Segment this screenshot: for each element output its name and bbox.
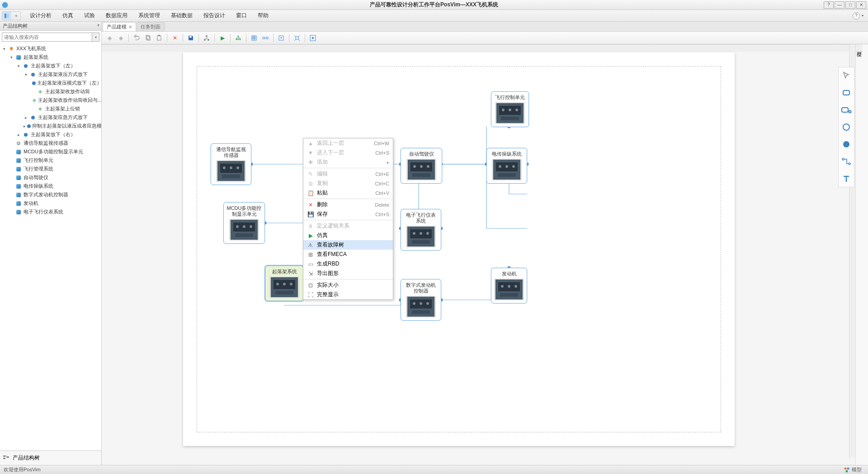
menu-help[interactable]: 帮助: [252, 10, 274, 22]
tree-node[interactable]: 电传操纵系统: [0, 182, 101, 190]
menu-data-app[interactable]: 数据应用: [100, 10, 133, 22]
menu-base-data[interactable]: 基础数据: [165, 10, 198, 22]
tree-toggle-icon[interactable]: ▸: [16, 133, 21, 137]
window-minimize-icon[interactable]: —: [835, 1, 844, 9]
tree-node[interactable]: MCDU多功能控制显示单元: [0, 147, 101, 156]
diagram-block[interactable]: 发动机: [491, 268, 527, 303]
context-menu-item[interactable]: 📋粘贴Ctrl+V: [303, 188, 393, 198]
paste-icon[interactable]: [154, 33, 164, 43]
tree-node[interactable]: ▾起落架系统: [0, 53, 101, 62]
menu-report-design[interactable]: 报告设计: [198, 10, 231, 22]
status-model[interactable]: 模型: [841, 466, 864, 473]
nav-back-icon[interactable]: ◆: [104, 33, 114, 43]
search-input[interactable]: [2, 33, 92, 42]
rbd-icon[interactable]: [260, 33, 270, 43]
palette-connector-icon[interactable]: [841, 156, 852, 167]
diagram-block[interactable]: 电传操纵系统: [486, 148, 527, 184]
tree-node[interactable]: 数字式发动机控制器: [0, 190, 101, 199]
canvas-scrollbar-horizontal[interactable]: [102, 44, 868, 52]
play-icon[interactable]: ▶: [217, 33, 227, 43]
tree-node[interactable]: 发动机: [0, 199, 101, 208]
fmeca-icon[interactable]: [249, 33, 259, 43]
palette-circle-icon[interactable]: [841, 122, 852, 133]
menubar-dropdown-icon[interactable]: ▾: [862, 14, 866, 18]
tree-node[interactable]: 飞行控制单元: [0, 156, 101, 165]
context-menu-item[interactable]: ✕删除Delete: [303, 200, 393, 209]
tree-node[interactable]: 主起落架液压模式放下（左）: [0, 79, 101, 87]
help-toggle-icon[interactable]: ?: [853, 12, 860, 19]
zoom-actual-icon[interactable]: [292, 33, 302, 43]
tree-node[interactable]: ▾主起落架液压方式放下: [0, 70, 101, 79]
tree-icon[interactable]: [202, 33, 212, 43]
palette-text-icon[interactable]: [841, 173, 852, 184]
tree-node[interactable]: ▸主起落架放下（右）: [0, 130, 101, 139]
tab-close-icon[interactable]: ✕: [128, 24, 132, 29]
context-menu[interactable]: ▲返回上一层Ctrl+W▼进入下一层Ctrl+S✚添加▸✎编辑Ctrl+E⧉复制…: [303, 138, 393, 300]
tab-task-profile[interactable]: 任务剖面: [137, 22, 165, 31]
tree-toggle-icon[interactable]: ▾: [24, 72, 28, 77]
fault-tree-icon[interactable]: [233, 33, 243, 43]
tree-view-icon[interactable]: [3, 455, 10, 462]
save-icon[interactable]: [186, 33, 196, 43]
undo-icon[interactable]: [132, 33, 142, 43]
diagram-block[interactable]: 起落架系统: [265, 265, 304, 301]
window-close-icon[interactable]: ✕: [856, 1, 866, 9]
right-rail-model-tab[interactable]: 模型: [856, 44, 863, 52]
context-menu-item[interactable]: ⩚查看故障树: [303, 240, 393, 250]
menu-test[interactable]: 试验: [79, 10, 100, 22]
delete-icon[interactable]: ✕: [170, 33, 180, 43]
nav-forward-icon[interactable]: ◆: [116, 33, 126, 43]
tree-node[interactable]: 飞行管理系统: [0, 165, 101, 173]
menu-design-analysis[interactable]: 设计分析: [24, 10, 57, 22]
context-menu-item[interactable]: ⇲导出图形: [303, 269, 393, 278]
diagram-block[interactable]: 数字式发动机控制器: [401, 279, 441, 321]
window-help-icon[interactable]: ?: [824, 1, 834, 9]
menu-system-manage[interactable]: 系统管理: [133, 10, 165, 22]
diagram-block[interactable]: 自动驾驶仪: [401, 148, 442, 184]
copy-icon[interactable]: [143, 33, 153, 43]
tree-toggle-icon[interactable]: ▾: [9, 55, 14, 60]
sidebar-collapse-icon[interactable]: ▾: [97, 23, 99, 28]
palette-rect-icon[interactable]: [841, 87, 852, 98]
tree-toggle-icon[interactable]: ▾: [2, 47, 6, 51]
tree-node[interactable]: 通信导航监视传感器: [0, 139, 101, 147]
canvas-page[interactable]: 通信导航监视传感器MCDU多功能控制显示单元起落架系统自动驾驶仪电子飞行仪表系统…: [183, 52, 735, 446]
view-toggle-left-icon[interactable]: [2, 12, 11, 20]
context-menu-item[interactable]: ⛶完整显示: [303, 290, 393, 299]
palette-circle-fill-icon[interactable]: [841, 139, 852, 150]
palette-cursor-icon[interactable]: [841, 70, 852, 81]
tree-node[interactable]: 主起落架上位锁: [0, 104, 101, 113]
view-toggle[interactable]: [2, 11, 21, 20]
ctx-shortcut: Delete: [375, 202, 389, 208]
menu-window[interactable]: 窗口: [231, 10, 252, 22]
context-menu-item[interactable]: ⊡实际大小: [303, 280, 393, 290]
tree-node[interactable]: 主起落架收放作动筒收回与...: [0, 96, 101, 104]
tree-toggle-icon[interactable]: ▸: [24, 124, 26, 128]
diagram-block[interactable]: 通信导航监视传感器: [211, 143, 251, 185]
diagram-block[interactable]: 电子飞行仪表系统: [401, 209, 441, 251]
context-menu-item[interactable]: ▶仿真: [303, 231, 393, 240]
tree-node[interactable]: ▾主起落架放下（左）: [0, 62, 101, 70]
search-dropdown-icon[interactable]: ▾: [92, 33, 99, 42]
tree-toggle-icon[interactable]: ▾: [16, 64, 21, 68]
view-toggle-right-icon[interactable]: [11, 12, 20, 20]
diagram-block[interactable]: 飞行控制单元: [491, 91, 529, 127]
context-menu-item[interactable]: ⊞查看FMECA: [303, 250, 393, 259]
diagram-block[interactable]: MCDU多功能控制显示单元: [223, 202, 265, 244]
context-menu-item[interactable]: ▭生成RBD: [303, 259, 393, 269]
tree-node[interactable]: 主起落架收放作动筒: [0, 87, 101, 96]
product-tree[interactable]: ▾✱XXX飞机系统▾起落架系统▾主起落架放下（左）▾主起落架液压方式放下主起落架…: [0, 43, 101, 450]
tree-toggle-icon[interactable]: ▸: [24, 115, 28, 120]
tree-node[interactable]: 自动驾驶仪: [0, 173, 101, 182]
tree-node[interactable]: ▸抑制主起落架以液压或者应急模...: [0, 122, 101, 130]
zoom-fit-icon[interactable]: [308, 33, 318, 43]
palette-rect-port-icon[interactable]: [841, 104, 852, 115]
tab-product-model[interactable]: 产品建模✕: [103, 22, 136, 31]
export-icon[interactable]: [276, 33, 286, 43]
menu-simulation[interactable]: 仿真: [57, 10, 79, 22]
window-maximize-icon[interactable]: □: [845, 1, 855, 9]
context-menu-item[interactable]: 💾保存Ctrl+S: [303, 209, 393, 219]
tree-node[interactable]: ▾✱XXX飞机系统: [0, 44, 101, 53]
tree-node[interactable]: ▸主起落架应急方式放下: [0, 113, 101, 122]
tree-node[interactable]: 电子飞行仪表系统: [0, 208, 101, 216]
